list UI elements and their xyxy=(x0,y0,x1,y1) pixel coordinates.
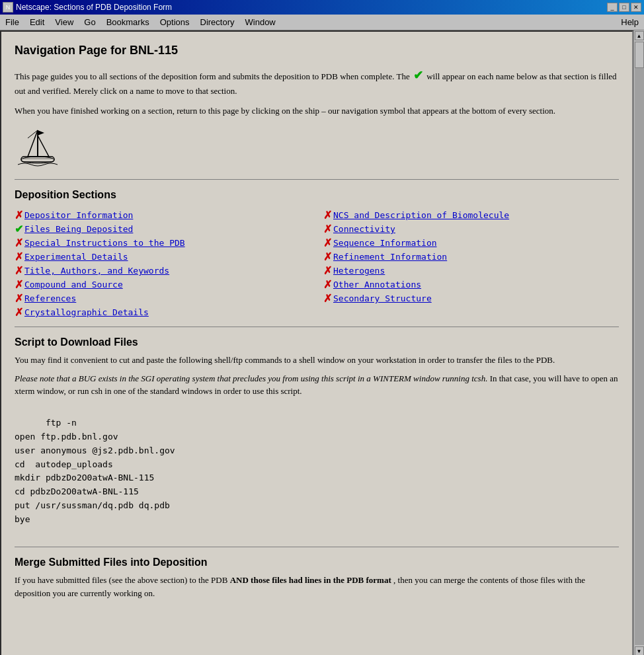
scroll-thumb[interactable] xyxy=(635,42,644,68)
merge-intro: If you have submitted files (see the abo… xyxy=(15,574,619,599)
list-item: ✗ Special Instructions to the PDB xyxy=(15,237,310,249)
ship-icon xyxy=(15,124,61,170)
code-line-8: bye xyxy=(15,514,30,524)
menu-directory[interactable]: Directory xyxy=(195,16,240,28)
deposition-sections-title: Deposition Sections xyxy=(15,189,619,201)
scroll-down-button[interactable]: ▼ xyxy=(635,646,644,655)
list-item: ✗ References xyxy=(15,292,310,305)
merge-bold-text: AND those files had lines in the PDB for… xyxy=(230,575,391,585)
x-mark-icon: ✗ xyxy=(323,209,332,221)
sections-grid: ✗ Depositor Information ✔ Files Being De… xyxy=(15,208,619,320)
code-line-6: cd pdbzDo2O0atwA-BNL-115 xyxy=(15,486,139,496)
title-bar: N Netscape: Sections of PDB Deposition F… xyxy=(0,0,644,15)
scroll-track xyxy=(635,42,644,645)
code-line-3: user anonymous @js2.pdb.bnl.gov xyxy=(15,445,175,455)
sequence-information-link[interactable]: Sequence Information xyxy=(333,238,437,248)
menu-file[interactable]: File xyxy=(0,16,24,28)
code-line-1: ftp -n xyxy=(46,418,77,428)
script-warning: Please note that a BUG exists in the SGI… xyxy=(15,372,619,398)
x-mark-icon: ✗ xyxy=(323,264,332,277)
list-item: ✔ Files Being Deposited xyxy=(15,223,310,235)
special-instructions-link[interactable]: Special Instructions to the PDB xyxy=(24,238,185,248)
x-mark-icon: ✗ xyxy=(323,292,332,305)
list-item: ✗ Connectivity xyxy=(323,223,619,235)
x-mark-icon: ✗ xyxy=(323,278,332,291)
x-mark-icon: ✗ xyxy=(15,292,23,305)
intro-paragraph-1: This page guides you to all sections of … xyxy=(15,67,619,98)
experimental-details-link[interactable]: Experimental Details xyxy=(24,252,128,262)
list-item: ✗ Refinement Information xyxy=(323,250,619,263)
browser-outer: Navigation Page for BNL-115 This page gu… xyxy=(0,30,644,655)
sections-left-column: ✗ Depositor Information ✔ Files Being De… xyxy=(15,208,310,320)
merge-intro-text: If you have submitted files (see the abo… xyxy=(15,575,227,585)
page-title: Navigation Page for BNL-115 xyxy=(15,44,619,58)
refinement-information-link[interactable]: Refinement Information xyxy=(333,252,447,262)
list-item: ✗ Compound and Source xyxy=(15,278,310,291)
menu-bookmarks[interactable]: Bookmarks xyxy=(101,16,155,28)
intro-paragraph-2: When you have finished working on a sect… xyxy=(15,104,619,118)
list-item: ✗ Other Annotations xyxy=(323,278,619,291)
merge-title: Merge Submitted Files into Deposition xyxy=(15,557,619,568)
code-line-7: put /usr/sussman/dq.pdb dq.pdb xyxy=(15,500,170,510)
divider-2 xyxy=(15,327,619,327)
intro-text-1: This page guides you to all sections of … xyxy=(15,71,410,81)
menu-window[interactable]: Window xyxy=(240,16,281,28)
divider-1 xyxy=(15,179,619,180)
menu-bar: File Edit View Go Bookmarks Options Dire… xyxy=(0,15,644,30)
menu-edit[interactable]: Edit xyxy=(24,16,50,28)
x-mark-icon: ✗ xyxy=(15,306,23,319)
app-icon: N xyxy=(3,2,13,13)
ship-image-container[interactable] xyxy=(15,124,619,173)
close-button[interactable]: ✕ xyxy=(631,3,641,12)
references-link[interactable]: References xyxy=(24,293,76,303)
checkmark-inline-icon: ✔ xyxy=(413,67,423,85)
code-line-2: open ftp.pdb.bnl.gov xyxy=(15,432,118,442)
list-item: ✗ Title, Authors, and Keywords xyxy=(15,264,310,277)
connectivity-link[interactable]: Connectivity xyxy=(333,224,395,234)
menu-go[interactable]: Go xyxy=(79,16,101,28)
list-item: ✗ NCS and Description of Biomolecule xyxy=(323,209,619,221)
x-mark-icon: ✗ xyxy=(15,237,23,249)
x-mark-icon: ✗ xyxy=(323,250,332,263)
x-mark-icon: ✗ xyxy=(15,278,23,291)
menu-options[interactable]: Options xyxy=(155,16,195,28)
menu-view[interactable]: View xyxy=(50,16,79,28)
list-item: ✗ Depositor Information xyxy=(15,209,310,221)
x-mark-icon: ✗ xyxy=(323,223,332,235)
files-being-deposited-link[interactable]: Files Being Deposited xyxy=(24,224,133,234)
script-title: Script to Download Files xyxy=(15,336,619,348)
list-item: ✗ Crystallographic Details xyxy=(15,306,310,319)
divider-3 xyxy=(15,547,619,547)
script-intro: You may find it convenient to cut and pa… xyxy=(15,354,619,367)
ncs-description-link[interactable]: NCS and Description of Biomolecule xyxy=(333,210,509,220)
svg-marker-2 xyxy=(38,135,49,157)
compound-and-source-link[interactable]: Compound and Source xyxy=(24,280,123,289)
other-annotations-link[interactable]: Other Annotations xyxy=(333,280,421,289)
list-item: ✗ Heterogens xyxy=(323,264,619,277)
x-mark-icon: ✗ xyxy=(15,209,23,221)
scrollbar-right[interactable]: ▲ ▼ xyxy=(633,30,644,655)
sections-right-column: ✗ NCS and Description of Biomolecule ✗ C… xyxy=(323,208,619,320)
script-warning-italic: Please note that a BUG exists in the SGI… xyxy=(15,373,487,383)
window-controls: _ □ ✕ xyxy=(607,3,641,12)
heterogens-link[interactable]: Heterogens xyxy=(333,266,385,276)
x-mark-icon: ✗ xyxy=(15,264,23,277)
list-item: ✗ Sequence Information xyxy=(323,237,619,249)
maximize-button[interactable]: □ xyxy=(619,3,629,12)
x-mark-icon: ✗ xyxy=(323,237,332,249)
scroll-up-button[interactable]: ▲ xyxy=(635,31,644,40)
content-area: Navigation Page for BNL-115 This page gu… xyxy=(0,30,633,655)
menu-help[interactable]: Help xyxy=(616,16,644,28)
window-title: Netscape: Sections of PDB Deposition For… xyxy=(16,3,607,12)
title-authors-keywords-link[interactable]: Title, Authors, and Keywords xyxy=(24,266,169,276)
code-line-5: mkdir pdbzDo2O0atwA-BNL-115 xyxy=(15,473,154,482)
code-block: ftp -n open ftp.pdb.bnl.gov user anonymo… xyxy=(15,403,619,541)
list-item: ✗ Secondary Structure xyxy=(323,292,619,305)
list-item: ✗ Experimental Details xyxy=(15,250,310,263)
minimize-button[interactable]: _ xyxy=(607,3,618,12)
secondary-structure-link[interactable]: Secondary Structure xyxy=(333,293,432,303)
depositor-information-link[interactable]: Depositor Information xyxy=(24,210,133,220)
x-mark-icon: ✗ xyxy=(15,250,23,263)
code-line-4: cd autodep_uploads xyxy=(15,459,113,469)
crystallographic-details-link[interactable]: Crystallographic Details xyxy=(24,307,149,317)
